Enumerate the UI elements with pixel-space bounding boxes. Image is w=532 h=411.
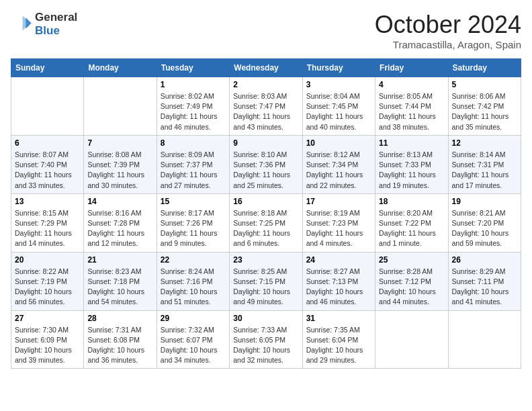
day-number: 2 (233, 80, 298, 89)
day-number: 17 (306, 197, 371, 206)
day-info: Sunrise: 7:32 AM Sunset: 6:07 PM Dayligh… (161, 325, 226, 366)
logo-line2: Blue (35, 24, 77, 38)
day-number: 31 (306, 314, 371, 323)
day-number: 27 (15, 314, 80, 323)
calendar-cell (448, 310, 521, 369)
day-info: Sunrise: 8:24 AM Sunset: 7:16 PM Dayligh… (161, 267, 226, 308)
day-number: 24 (306, 255, 371, 265)
calendar-week-row: 20Sunrise: 8:22 AM Sunset: 7:19 PM Dayli… (11, 252, 521, 310)
calendar-cell: 7Sunrise: 8:08 AM Sunset: 7:39 PM Daylig… (84, 135, 157, 193)
weekday-header: Monday (84, 59, 157, 77)
day-info: Sunrise: 8:19 AM Sunset: 7:23 PM Dayligh… (306, 208, 371, 249)
day-number: 14 (87, 197, 152, 206)
day-number: 8 (161, 138, 226, 148)
calendar-week-row: 13Sunrise: 8:15 AM Sunset: 7:29 PM Dayli… (11, 193, 521, 252)
logo: General Blue (11, 11, 77, 38)
calendar-cell: 28Sunrise: 7:31 AM Sunset: 6:08 PM Dayli… (84, 310, 157, 369)
weekday-header: Wednesday (230, 59, 302, 77)
calendar-cell: 26Sunrise: 8:29 AM Sunset: 7:11 PM Dayli… (448, 252, 521, 310)
calendar-cell: 27Sunrise: 7:30 AM Sunset: 6:09 PM Dayli… (11, 310, 84, 369)
calendar-cell: 9Sunrise: 8:10 AM Sunset: 7:36 PM Daylig… (230, 135, 302, 193)
day-info: Sunrise: 7:30 AM Sunset: 6:09 PM Dayligh… (15, 325, 80, 366)
calendar-cell: 30Sunrise: 7:33 AM Sunset: 6:05 PM Dayli… (230, 310, 302, 369)
day-info: Sunrise: 8:10 AM Sunset: 7:36 PM Dayligh… (233, 150, 298, 191)
day-info: Sunrise: 8:15 AM Sunset: 7:29 PM Dayligh… (15, 208, 80, 249)
day-info: Sunrise: 8:13 AM Sunset: 7:33 PM Dayligh… (379, 150, 444, 191)
weekday-header: Sunday (11, 59, 84, 77)
day-info: Sunrise: 8:29 AM Sunset: 7:11 PM Dayligh… (452, 267, 517, 308)
calendar-cell: 8Sunrise: 8:09 AM Sunset: 7:37 PM Daylig… (157, 135, 229, 193)
day-number: 16 (233, 197, 298, 206)
day-info: Sunrise: 8:12 AM Sunset: 7:34 PM Dayligh… (306, 150, 371, 191)
day-info: Sunrise: 8:25 AM Sunset: 7:15 PM Dayligh… (233, 267, 298, 308)
day-info: Sunrise: 8:03 AM Sunset: 7:47 PM Dayligh… (233, 91, 298, 132)
title-block: October 2024 Tramacastilla, Aragon, Spai… (375, 11, 521, 50)
calendar-cell: 31Sunrise: 7:35 AM Sunset: 6:04 PM Dayli… (302, 310, 375, 369)
day-number: 10 (306, 138, 371, 148)
day-info: Sunrise: 8:04 AM Sunset: 7:45 PM Dayligh… (306, 91, 371, 132)
day-info: Sunrise: 8:23 AM Sunset: 7:18 PM Dayligh… (87, 267, 152, 308)
day-number: 18 (379, 197, 444, 206)
day-number: 23 (233, 255, 298, 265)
weekday-header: Friday (375, 59, 448, 77)
calendar-cell: 13Sunrise: 8:15 AM Sunset: 7:29 PM Dayli… (11, 193, 84, 252)
day-info: Sunrise: 7:31 AM Sunset: 6:08 PM Dayligh… (87, 325, 152, 366)
day-number: 21 (87, 255, 152, 265)
calendar-cell: 5Sunrise: 8:06 AM Sunset: 7:42 PM Daylig… (448, 77, 521, 136)
calendar-cell: 10Sunrise: 8:12 AM Sunset: 7:34 PM Dayli… (302, 135, 375, 193)
calendar-cell: 19Sunrise: 8:21 AM Sunset: 7:20 PM Dayli… (448, 193, 521, 252)
day-number: 3 (306, 80, 371, 89)
day-number: 1 (161, 80, 226, 89)
calendar-cell: 20Sunrise: 8:22 AM Sunset: 7:19 PM Dayli… (11, 252, 84, 310)
day-number: 22 (161, 255, 226, 265)
day-number: 20 (15, 255, 80, 265)
day-number: 30 (233, 314, 298, 323)
day-info: Sunrise: 8:09 AM Sunset: 7:37 PM Dayligh… (161, 150, 226, 191)
calendar-cell (84, 77, 157, 136)
calendar-cell: 23Sunrise: 8:25 AM Sunset: 7:15 PM Dayli… (230, 252, 302, 310)
day-number: 15 (161, 197, 226, 206)
calendar-cell: 29Sunrise: 7:32 AM Sunset: 6:07 PM Dayli… (157, 310, 229, 369)
day-number: 25 (379, 255, 444, 265)
day-number: 7 (87, 138, 152, 148)
calendar-cell: 18Sunrise: 8:20 AM Sunset: 7:22 PM Dayli… (375, 193, 448, 252)
calendar-cell: 22Sunrise: 8:24 AM Sunset: 7:16 PM Dayli… (157, 252, 229, 310)
calendar-cell: 1Sunrise: 8:02 AM Sunset: 7:49 PM Daylig… (157, 77, 229, 136)
calendar-cell: 2Sunrise: 8:03 AM Sunset: 7:47 PM Daylig… (230, 77, 302, 136)
calendar-cell: 6Sunrise: 8:07 AM Sunset: 7:40 PM Daylig… (11, 135, 84, 193)
calendar-cell: 3Sunrise: 8:04 AM Sunset: 7:45 PM Daylig… (302, 77, 375, 136)
calendar-week-row: 27Sunrise: 7:30 AM Sunset: 6:09 PM Dayli… (11, 310, 521, 369)
day-info: Sunrise: 7:33 AM Sunset: 6:05 PM Dayligh… (233, 325, 298, 366)
day-info: Sunrise: 8:02 AM Sunset: 7:49 PM Dayligh… (161, 91, 226, 132)
day-info: Sunrise: 8:17 AM Sunset: 7:26 PM Dayligh… (161, 208, 226, 249)
calendar-cell: 16Sunrise: 8:18 AM Sunset: 7:25 PM Dayli… (230, 193, 302, 252)
calendar-cell (375, 310, 448, 369)
day-number: 28 (87, 314, 152, 323)
day-info: Sunrise: 8:16 AM Sunset: 7:28 PM Dayligh… (87, 208, 152, 249)
day-info: Sunrise: 8:28 AM Sunset: 7:12 PM Dayligh… (379, 267, 444, 308)
day-number: 5 (452, 80, 517, 89)
location-subtitle: Tramacastilla, Aragon, Spain (375, 39, 521, 50)
calendar-cell: 11Sunrise: 8:13 AM Sunset: 7:33 PM Dayli… (375, 135, 448, 193)
day-info: Sunrise: 8:07 AM Sunset: 7:40 PM Dayligh… (15, 150, 80, 191)
day-number: 4 (379, 80, 444, 89)
calendar-table: SundayMondayTuesdayWednesdayThursdayFrid… (11, 58, 521, 369)
logo-icon (11, 13, 32, 35)
day-number: 26 (452, 255, 517, 265)
calendar-cell: 4Sunrise: 8:05 AM Sunset: 7:44 PM Daylig… (375, 77, 448, 136)
calendar-cell: 25Sunrise: 8:28 AM Sunset: 7:12 PM Dayli… (375, 252, 448, 310)
calendar-cell: 15Sunrise: 8:17 AM Sunset: 7:26 PM Dayli… (157, 193, 229, 252)
calendar-cell: 21Sunrise: 8:23 AM Sunset: 7:18 PM Dayli… (84, 252, 157, 310)
calendar-cell: 14Sunrise: 8:16 AM Sunset: 7:28 PM Dayli… (84, 193, 157, 252)
day-number: 9 (233, 138, 298, 148)
day-number: 12 (452, 138, 517, 148)
day-number: 13 (15, 197, 80, 206)
calendar-week-row: 6Sunrise: 8:07 AM Sunset: 7:40 PM Daylig… (11, 135, 521, 193)
calendar-cell (11, 77, 84, 136)
day-info: Sunrise: 8:05 AM Sunset: 7:44 PM Dayligh… (379, 91, 444, 132)
day-number: 11 (379, 138, 444, 148)
day-info: Sunrise: 8:27 AM Sunset: 7:13 PM Dayligh… (306, 267, 371, 308)
day-info: Sunrise: 7:35 AM Sunset: 6:04 PM Dayligh… (306, 325, 371, 366)
calendar-cell: 12Sunrise: 8:14 AM Sunset: 7:31 PM Dayli… (448, 135, 521, 193)
day-info: Sunrise: 8:06 AM Sunset: 7:42 PM Dayligh… (452, 91, 517, 132)
